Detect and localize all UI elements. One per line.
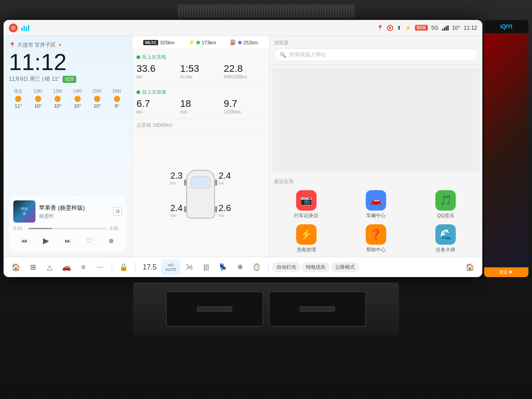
electric-icon: ⚡ bbox=[188, 39, 195, 45]
progress-bar-container: 0:10 3:45 bbox=[13, 226, 122, 231]
sun-icon-0 bbox=[15, 96, 21, 102]
music-title: 苹果香 (杨雯梓版) bbox=[39, 204, 110, 212]
app-vehicle-center[interactable]: 🚗 车辆中心 bbox=[344, 190, 408, 219]
defrost-button[interactable]: ❄ bbox=[232, 259, 248, 275]
tire-indicator-fr bbox=[215, 180, 217, 186]
app-icon-qqmusic: 🎵 bbox=[435, 190, 456, 211]
vent-slot-left bbox=[166, 291, 263, 327]
sos-badge: SOS bbox=[415, 25, 428, 31]
tire-indicator-fl bbox=[184, 180, 186, 186]
favorite-button[interactable]: ♡ bbox=[83, 235, 96, 247]
equalizer-icon bbox=[21, 25, 29, 31]
left-panel: 📍 大连市 甘井子区 ▼ 11:12 11月6日 周三 | 晴 11° 优26 … bbox=[4, 36, 132, 257]
main-screen: 📍 ⬆ ⚡ SOS 5G 10° 11:12 bbox=[4, 20, 482, 277]
app-task[interactable]: 🌊 任务大师 bbox=[414, 224, 478, 253]
vent-button[interactable]: ||| bbox=[198, 259, 214, 275]
stat-fuel-1: 18 min bbox=[180, 99, 221, 114]
status-bar-left bbox=[9, 23, 29, 32]
range-bar: WLTC 325km ⚡ 173km ⛽ 252km bbox=[132, 36, 269, 49]
iqiyi-recent: 最近 ▶ bbox=[484, 267, 528, 277]
nav-map[interactable]: △ bbox=[42, 259, 58, 275]
temperature-control[interactable]: 17.5 bbox=[143, 263, 156, 271]
home-right-button[interactable]: 🏠 bbox=[462, 259, 478, 275]
nav-more[interactable]: ⋯ bbox=[92, 259, 108, 275]
brand-logo bbox=[9, 23, 18, 32]
lock-button[interactable]: 🔒 bbox=[116, 259, 132, 275]
music-album-row: 苹果香 苹果香 (杨雯梓版) 杨雯梓 词 bbox=[13, 200, 122, 223]
app-label-qqmusic: QQ音乐 bbox=[437, 212, 454, 219]
tire-layout: 2.3 bar 2.4 bar bbox=[137, 170, 265, 219]
app-label-task: 任务大师 bbox=[436, 246, 455, 253]
app-label-charging: 充电管理 bbox=[297, 246, 316, 253]
last-charge-title: 自上次充电 bbox=[137, 54, 265, 60]
app-label-dashcam: 行车记录仪 bbox=[294, 212, 318, 219]
nav-divider-1 bbox=[112, 262, 112, 273]
air-quality-badge: 优26 bbox=[63, 76, 76, 83]
tire-fr: 2.4 bar bbox=[219, 171, 231, 185]
seat-heat-button[interactable]: 💺 bbox=[215, 259, 231, 275]
browser-bar: 浏览器 🔍 搜索或输入网址 bbox=[270, 36, 482, 65]
signal-bars bbox=[442, 25, 449, 31]
sun-icon-4 bbox=[94, 96, 100, 102]
ac-button[interactable]: A/C AUTO bbox=[161, 259, 180, 275]
more-button[interactable]: ⊕ bbox=[105, 235, 117, 247]
nav-menu[interactable]: ≡ bbox=[75, 259, 91, 275]
nav-divider-2 bbox=[135, 262, 136, 273]
ev-priority-button[interactable]: 纯电优先 bbox=[301, 262, 330, 272]
search-icon: 🔍 bbox=[280, 52, 286, 58]
nav-split[interactable]: ⊞ bbox=[25, 259, 41, 275]
app-qqmusic[interactable]: 🎵 QQ音乐 bbox=[414, 190, 478, 219]
last-fuel-title: 自上次加速 bbox=[137, 89, 265, 95]
music-controls: ⏮ ▶ ⏭ ♡ ⊕ bbox=[13, 235, 122, 247]
nav-home[interactable]: 🏠 bbox=[8, 259, 24, 275]
clock-large: 11:12 bbox=[9, 51, 126, 74]
music-player: 苹果香 苹果香 (杨雯梓版) 杨雯梓 词 0:10 bbox=[9, 196, 126, 251]
weather-item-2: 13时 10° bbox=[48, 88, 67, 109]
tire-fl: 2.3 bar bbox=[170, 171, 183, 185]
next-button[interactable]: ⏭ bbox=[62, 235, 74, 247]
nav-vehicle[interactable]: 🚗 bbox=[59, 259, 74, 275]
app-icon-dashcam: 📷 bbox=[296, 190, 317, 211]
tire-rl: 2.4 bar bbox=[170, 203, 183, 218]
prev-button[interactable]: ⏮ bbox=[18, 235, 31, 247]
status-bar: 📍 ⬆ ⚡ SOS 5G 10° 11:12 bbox=[4, 20, 482, 36]
stat-charge-1: 1:53 hr:min bbox=[180, 64, 221, 79]
location-icon: 📍 bbox=[377, 25, 383, 31]
app-dashcam[interactable]: 📷 行车记录仪 bbox=[274, 190, 338, 219]
fan-button[interactable]: 🌬 bbox=[181, 259, 197, 275]
tire-indicator-rl bbox=[184, 206, 186, 212]
auto-light-button[interactable]: 自动灯光 bbox=[272, 262, 301, 272]
sun-icon-1 bbox=[35, 96, 41, 102]
nav-icon: ⬆ bbox=[397, 25, 401, 31]
range-fuel: ⛽ 252km bbox=[230, 39, 258, 45]
progress-bar[interactable] bbox=[28, 228, 107, 229]
car-diagram bbox=[186, 170, 215, 219]
car-vent bbox=[133, 282, 399, 336]
app-icon-task: 🌊 bbox=[435, 224, 456, 245]
record-indicator bbox=[387, 25, 393, 31]
bottom-bar: 🏠 ⊞ △ 🚗 ≡ ⋯ 🔒 17.5 A/C AUTO 🌬 ||| 💺 ❄ 🪞 bbox=[4, 257, 482, 277]
app-help[interactable]: ❓ 帮助中心 bbox=[344, 224, 408, 253]
tire-left: 2.3 bar 2.4 bar bbox=[170, 171, 183, 218]
mirror-button[interactable]: 🪞 bbox=[249, 259, 265, 275]
last-charge-section: 自上次充电 33.6 km 1:53 hr:min bbox=[132, 49, 269, 84]
location-text: 大连市 甘井子区 bbox=[17, 41, 56, 49]
app-icon-vehicle: 🚗 bbox=[366, 190, 386, 211]
weather-forecast: 现在 11° 12时 10° 13时 10° bbox=[9, 88, 126, 109]
car-window bbox=[191, 176, 211, 188]
stat-fuel-0: 6.7 km bbox=[137, 99, 177, 114]
play-button[interactable]: ▶ bbox=[40, 235, 52, 247]
date-text: 11月6日 周三 | 晴 11° bbox=[9, 75, 60, 83]
tire-right: 2.4 bar 2.6 bar bbox=[219, 171, 231, 218]
electric-value: 173km bbox=[202, 40, 216, 45]
vent-slot-right bbox=[269, 291, 366, 327]
lyrics-badge[interactable]: 词 bbox=[113, 207, 122, 216]
location-arrow[interactable]: ▼ bbox=[58, 43, 62, 47]
search-box[interactable]: 🔍 搜索或输入网址 bbox=[274, 48, 478, 61]
fuel-icon: ⛽ bbox=[230, 39, 236, 45]
iqiyi-content[interactable]: 大梦 bbox=[484, 33, 528, 267]
stat-charge-2: 22.8 kWh/100km bbox=[224, 64, 265, 79]
location-row: 📍 大连市 甘井子区 ▼ bbox=[9, 41, 126, 49]
road-mode-button[interactable]: 公路模式 bbox=[331, 262, 359, 272]
app-charging[interactable]: ⚡ 充电管理 bbox=[274, 224, 338, 253]
